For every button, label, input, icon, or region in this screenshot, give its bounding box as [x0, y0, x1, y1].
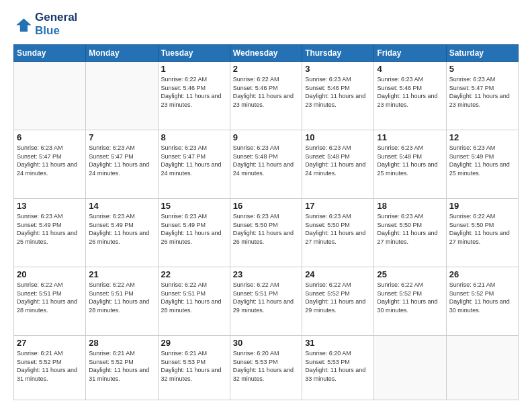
day-number: 2 [233, 64, 299, 74]
day-info: Sunrise: 6:22 AM Sunset: 5:50 PM Dayligh… [449, 212, 515, 246]
day-number: 1 [161, 64, 227, 74]
weekday-header-thursday: Thursday [302, 45, 374, 62]
day-number: 3 [305, 64, 371, 74]
day-number: 6 [17, 132, 83, 142]
calendar-cell: 6Sunrise: 6:23 AM Sunset: 5:47 PM Daylig… [14, 130, 86, 199]
day-info: Sunrise: 6:21 AM Sunset: 5:53 PM Dayligh… [161, 349, 227, 383]
day-info: Sunrise: 6:23 AM Sunset: 5:47 PM Dayligh… [17, 144, 83, 177]
day-number: 19 [449, 201, 515, 211]
day-number: 29 [161, 338, 227, 348]
day-info: Sunrise: 6:23 AM Sunset: 5:50 PM Dayligh… [233, 212, 299, 246]
day-info: Sunrise: 6:22 AM Sunset: 5:52 PM Dayligh… [377, 281, 443, 314]
day-info: Sunrise: 6:23 AM Sunset: 5:47 PM Dayligh… [449, 75, 515, 109]
day-info: Sunrise: 6:22 AM Sunset: 5:51 PM Dayligh… [17, 281, 83, 314]
day-number: 24 [305, 269, 371, 279]
day-info: Sunrise: 6:23 AM Sunset: 5:49 PM Dayligh… [161, 212, 227, 246]
calendar-cell: 8Sunrise: 6:23 AM Sunset: 5:47 PM Daylig… [158, 130, 230, 199]
day-number: 30 [233, 338, 299, 348]
calendar-cell: 3Sunrise: 6:23 AM Sunset: 5:46 PM Daylig… [302, 62, 374, 130]
calendar-week-4: 20Sunrise: 6:22 AM Sunset: 5:51 PM Dayli… [14, 267, 519, 336]
weekday-header-wednesday: Wednesday [230, 45, 302, 62]
weekday-header-friday: Friday [374, 45, 446, 62]
day-number: 18 [377, 201, 443, 211]
day-info: Sunrise: 6:23 AM Sunset: 5:50 PM Dayligh… [377, 212, 443, 246]
calendar-cell: 31Sunrise: 6:20 AM Sunset: 5:53 PM Dayli… [302, 336, 374, 400]
day-number: 8 [161, 132, 227, 142]
logo: General Blue [13, 11, 77, 38]
day-number: 15 [161, 201, 227, 211]
day-info: Sunrise: 6:20 AM Sunset: 5:53 PM Dayligh… [233, 349, 299, 383]
day-info: Sunrise: 6:22 AM Sunset: 5:51 PM Dayligh… [89, 281, 154, 314]
day-info: Sunrise: 6:23 AM Sunset: 5:48 PM Dayligh… [377, 144, 443, 177]
calendar-cell: 24Sunrise: 6:22 AM Sunset: 5:52 PM Dayli… [302, 267, 374, 336]
calendar-cell: 22Sunrise: 6:22 AM Sunset: 5:51 PM Dayli… [158, 267, 230, 336]
calendar-cell: 17Sunrise: 6:23 AM Sunset: 5:50 PM Dayli… [302, 199, 374, 267]
day-number: 12 [449, 132, 515, 142]
weekday-header-sunday: Sunday [14, 45, 86, 62]
day-info: Sunrise: 6:23 AM Sunset: 5:47 PM Dayligh… [89, 144, 154, 177]
calendar-cell: 16Sunrise: 6:23 AM Sunset: 5:50 PM Dayli… [230, 199, 302, 267]
day-info: Sunrise: 6:22 AM Sunset: 5:46 PM Dayligh… [161, 75, 227, 109]
calendar-cell: 25Sunrise: 6:22 AM Sunset: 5:52 PM Dayli… [374, 267, 446, 336]
day-number: 26 [449, 269, 515, 279]
calendar-cell: 27Sunrise: 6:21 AM Sunset: 5:52 PM Dayli… [14, 336, 86, 400]
calendar-cell: 21Sunrise: 6:22 AM Sunset: 5:51 PM Dayli… [86, 267, 158, 336]
calendar-cell: 23Sunrise: 6:22 AM Sunset: 5:51 PM Dayli… [230, 267, 302, 336]
day-number: 14 [89, 201, 154, 211]
calendar-week-2: 6Sunrise: 6:23 AM Sunset: 5:47 PM Daylig… [14, 130, 519, 199]
day-number: 25 [377, 269, 443, 279]
day-info: Sunrise: 6:23 AM Sunset: 5:46 PM Dayligh… [377, 75, 443, 109]
calendar-cell: 7Sunrise: 6:23 AM Sunset: 5:47 PM Daylig… [86, 130, 158, 199]
day-number: 23 [233, 269, 299, 279]
day-info: Sunrise: 6:23 AM Sunset: 5:48 PM Dayligh… [233, 144, 299, 177]
day-number: 22 [161, 269, 227, 279]
calendar-cell: 26Sunrise: 6:21 AM Sunset: 5:52 PM Dayli… [446, 267, 518, 336]
calendar-cell: 15Sunrise: 6:23 AM Sunset: 5:49 PM Dayli… [158, 199, 230, 267]
day-number: 10 [305, 132, 371, 142]
day-info: Sunrise: 6:21 AM Sunset: 5:52 PM Dayligh… [17, 349, 83, 383]
day-info: Sunrise: 6:22 AM Sunset: 5:51 PM Dayligh… [233, 281, 299, 314]
weekday-header-monday: Monday [86, 45, 158, 62]
day-info: Sunrise: 6:23 AM Sunset: 5:50 PM Dayligh… [305, 212, 371, 246]
weekday-header-saturday: Saturday [446, 45, 518, 62]
day-number: 17 [305, 201, 371, 211]
day-number: 28 [89, 338, 154, 348]
calendar-cell: 4Sunrise: 6:23 AM Sunset: 5:46 PM Daylig… [374, 62, 446, 130]
day-number: 7 [89, 132, 154, 142]
day-info: Sunrise: 6:23 AM Sunset: 5:47 PM Dayligh… [161, 144, 227, 177]
calendar-cell: 5Sunrise: 6:23 AM Sunset: 5:47 PM Daylig… [446, 62, 518, 130]
day-info: Sunrise: 6:21 AM Sunset: 5:52 PM Dayligh… [449, 281, 515, 314]
day-info: Sunrise: 6:21 AM Sunset: 5:52 PM Dayligh… [89, 349, 154, 383]
calendar-cell [86, 62, 158, 130]
weekday-header-tuesday: Tuesday [158, 45, 230, 62]
calendar-cell: 10Sunrise: 6:23 AM Sunset: 5:48 PM Dayli… [302, 130, 374, 199]
day-number: 5 [449, 64, 515, 74]
day-info: Sunrise: 6:23 AM Sunset: 5:49 PM Dayligh… [89, 212, 154, 246]
day-info: Sunrise: 6:23 AM Sunset: 5:46 PM Dayligh… [305, 75, 371, 109]
calendar-cell [446, 336, 518, 400]
day-info: Sunrise: 6:23 AM Sunset: 5:49 PM Dayligh… [449, 144, 515, 177]
svg-marker-0 [16, 19, 31, 32]
day-info: Sunrise: 6:22 AM Sunset: 5:46 PM Dayligh… [233, 75, 299, 109]
calendar-week-5: 27Sunrise: 6:21 AM Sunset: 5:52 PM Dayli… [14, 336, 519, 400]
day-number: 31 [305, 338, 371, 348]
calendar-cell: 1Sunrise: 6:22 AM Sunset: 5:46 PM Daylig… [158, 62, 230, 130]
page: General Blue SundayMondayTuesdayWednesda… [0, 0, 532, 411]
calendar-cell: 12Sunrise: 6:23 AM Sunset: 5:49 PM Dayli… [446, 130, 518, 199]
day-number: 27 [17, 338, 83, 348]
header: General Blue [13, 11, 519, 38]
day-info: Sunrise: 6:22 AM Sunset: 5:52 PM Dayligh… [305, 281, 371, 314]
calendar-cell [374, 336, 446, 400]
calendar-cell: 9Sunrise: 6:23 AM Sunset: 5:48 PM Daylig… [230, 130, 302, 199]
calendar-cell [14, 62, 86, 130]
day-number: 21 [89, 269, 154, 279]
calendar-cell: 28Sunrise: 6:21 AM Sunset: 5:52 PM Dayli… [86, 336, 158, 400]
calendar-week-1: 1Sunrise: 6:22 AM Sunset: 5:46 PM Daylig… [14, 62, 519, 130]
calendar-cell: 2Sunrise: 6:22 AM Sunset: 5:46 PM Daylig… [230, 62, 302, 130]
day-number: 9 [233, 132, 299, 142]
day-info: Sunrise: 6:23 AM Sunset: 5:48 PM Dayligh… [305, 144, 371, 177]
calendar-cell: 30Sunrise: 6:20 AM Sunset: 5:53 PM Dayli… [230, 336, 302, 400]
calendar-cell: 11Sunrise: 6:23 AM Sunset: 5:48 PM Dayli… [374, 130, 446, 199]
logo-text: General Blue [35, 11, 77, 38]
calendar-cell: 19Sunrise: 6:22 AM Sunset: 5:50 PM Dayli… [446, 199, 518, 267]
